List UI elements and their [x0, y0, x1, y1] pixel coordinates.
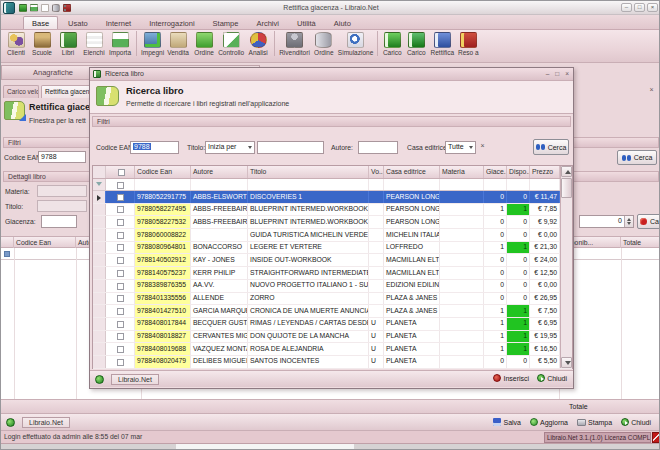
toolbar-button[interactable]: Vendita — [165, 31, 191, 56]
scrollbar-thumb[interactable] — [561, 178, 572, 198]
quick-access-icon[interactable] — [30, 4, 38, 12]
col-titolo[interactable]: Titolo — [248, 166, 369, 178]
table-row[interactable]: 9788389876355 AA.VV. NUOVO PROGETTO ITAL… — [93, 280, 572, 293]
dialog-cerca-button[interactable]: Cerca — [533, 139, 569, 155]
row-checkbox[interactable] — [117, 257, 124, 264]
col-volume[interactable]: Vo... — [369, 166, 384, 178]
table-row[interactable]: 9788408018827 CERVANTES MIGUE DON QUIJOT… — [93, 331, 572, 344]
toolbar-button[interactable]: Impegni — [136, 31, 165, 56]
minimize-button[interactable] — [621, 3, 632, 12]
quick-access-icon[interactable] — [52, 4, 60, 12]
row-checkbox[interactable] — [117, 359, 124, 366]
more-options-icon[interactable] — [63, 4, 67, 12]
toolbar-button[interactable]: Carico — [377, 31, 403, 56]
table-row[interactable]: 9788408019688 VAZQUEZ MONTALB ROSA DE AL… — [93, 343, 572, 356]
table-row[interactable]: 9788401335556 ALLENDE ZORRO PLAZA & JANE… — [93, 293, 572, 306]
tab-carico-veloce[interactable]: Carico veloce — [3, 85, 39, 98]
row-checkbox[interactable] — [117, 295, 124, 302]
toolbar-button[interactable]: Libri — [55, 31, 81, 56]
table-row[interactable]: 9788080964801 BONACCORSO LEGERE ET VERTE… — [93, 242, 572, 255]
row-checkbox[interactable] — [117, 206, 124, 213]
ean-input[interactable]: 9788 — [38, 151, 86, 163]
ribbon-tab[interactable]: Base — [23, 16, 58, 29]
row-checkbox[interactable] — [117, 283, 124, 290]
table-row[interactable]: 9788401427510 GARCIA MARQUEZ CRONICA DE … — [93, 305, 572, 318]
dialog-titlebar[interactable]: Ricerca libro — [90, 68, 573, 81]
dialog-autore-input[interactable] — [358, 141, 398, 154]
chiudi-button[interactable]: Chiudi — [621, 418, 651, 426]
editrice-dropdown[interactable]: Tutte — [445, 141, 476, 154]
dialog-minimize-button[interactable] — [546, 70, 550, 78]
ribbon-tab[interactable]: Interrogazioni — [141, 17, 202, 29]
stampa-button[interactable]: Stampa — [577, 419, 612, 426]
row-checkbox[interactable] — [117, 346, 124, 353]
col-materia[interactable]: Materia — [440, 166, 484, 178]
toolbar-button[interactable]: Importa — [107, 31, 133, 56]
toolbar-button[interactable]: Rivenditori — [274, 31, 311, 56]
inserisci-button[interactable]: Inserisci — [493, 374, 529, 382]
toolbar-button[interactable]: Controllo — [217, 31, 245, 56]
quick-access-icon[interactable] — [19, 4, 27, 12]
ribbon-tab[interactable]: Stampe — [205, 17, 247, 29]
scroll-up-icon[interactable] — [561, 166, 572, 177]
close-button[interactable] — [647, 3, 658, 12]
row-checkbox[interactable] — [117, 194, 124, 201]
row-checkbox[interactable] — [117, 219, 124, 226]
quick-access-icon[interactable] — [41, 4, 49, 12]
row-checkbox[interactable] — [117, 321, 124, 328]
ribbon-tab[interactable]: Utilità — [289, 17, 324, 29]
toolbar-button[interactable]: Carico — [403, 31, 429, 56]
col-prezzo[interactable]: Prezzo — [530, 166, 560, 178]
clear-editrice-icon[interactable]: × — [478, 142, 487, 151]
results-filter-row[interactable] — [93, 179, 572, 191]
toolbar-button[interactable]: Elenchi — [81, 31, 107, 56]
dialog-maximize-button[interactable] — [555, 70, 559, 78]
aggiorna-button[interactable]: Aggiorna — [530, 418, 568, 426]
toolbar-button[interactable]: Reso a — [455, 31, 481, 56]
table-row[interactable]: 9788060008822 GUIDA TURISTICA MICHELIN V… — [93, 229, 572, 242]
toolbar-button[interactable]: Ordine — [191, 31, 217, 56]
toolbar-button[interactable]: Analisi — [245, 31, 271, 56]
row-checkbox[interactable] — [117, 270, 124, 277]
ribbon-tab[interactable]: Usato — [60, 17, 96, 29]
table-row[interactable]: 9788058227495 ABBS-FREEBAIRN BLUEPRINT I… — [93, 204, 572, 217]
table-row[interactable]: 9788408020479 DELIBES MIGUEL SANTOS INOC… — [93, 356, 572, 369]
row-checkbox[interactable] — [117, 232, 124, 239]
dialog-titolo-input[interactable] — [257, 141, 324, 154]
toolbar-button[interactable]: Simulazione — [337, 31, 374, 56]
toolbar-button[interactable]: Clienti — [3, 31, 29, 56]
row-checkbox[interactable] — [117, 244, 124, 251]
spinner-arrows-icon[interactable] — [624, 216, 633, 227]
col-autore[interactable]: Autore — [191, 166, 248, 178]
scroll-down-icon[interactable] — [561, 357, 572, 368]
ribbon-tab[interactable]: Aiuto — [326, 17, 359, 29]
dialog-ean-input[interactable]: 9788 — [130, 141, 179, 154]
ribbon-tab[interactable]: Internet — [98, 17, 139, 29]
ribbon-tab[interactable]: Archivi — [248, 17, 287, 29]
table-row[interactable]: 9788052291775 ABBS-ELSWORTH DISCOVERIES … — [93, 191, 572, 204]
row-checkbox[interactable] — [117, 333, 124, 340]
col-casa-editrice[interactable]: Casa editrice — [384, 166, 440, 178]
giacenza-field[interactable] — [41, 215, 77, 228]
panel-close-icon[interactable]: × — [647, 86, 656, 95]
row-checkbox[interactable] — [117, 308, 124, 315]
table-row[interactable]: 9788140502912 KAY - JONES INSIDE OUT-WOR… — [93, 254, 572, 267]
table-row[interactable]: 9788408017844 BECQUER GUSTAVO RIMAS / LE… — [93, 318, 572, 331]
table-row[interactable]: 9788140575237 KERR PHILIP STRAIGHTFORWAR… — [93, 267, 572, 280]
dialog-close-button[interactable] — [565, 70, 569, 78]
giacenza-spinner[interactable]: 0 — [579, 215, 634, 228]
select-all-checkbox[interactable] — [118, 169, 125, 176]
salva-button[interactable]: Salva — [493, 418, 521, 426]
table-row[interactable]: 9788058227532 ABBS-FREEBAIRN BLUEPRINT I… — [93, 216, 572, 229]
vertical-scrollbar[interactable] — [560, 166, 572, 368]
titolo-mode-dropdown[interactable]: Inizia per — [205, 141, 255, 154]
cancella-button[interactable]: Cancella — [637, 214, 660, 229]
col-giacenza[interactable]: Giace... — [484, 166, 507, 178]
toolbar-button[interactable]: Ordine — [311, 31, 337, 56]
col-disponibilita[interactable]: Dispo... — [507, 166, 530, 178]
main-cerca-button[interactable]: Cerca — [617, 150, 657, 165]
toolbar-button[interactable]: Rettifica — [429, 31, 455, 56]
maximize-button[interactable] — [634, 3, 645, 12]
toolbar-button[interactable]: Scuole — [29, 31, 55, 56]
filter-checkbox[interactable] — [117, 182, 124, 189]
